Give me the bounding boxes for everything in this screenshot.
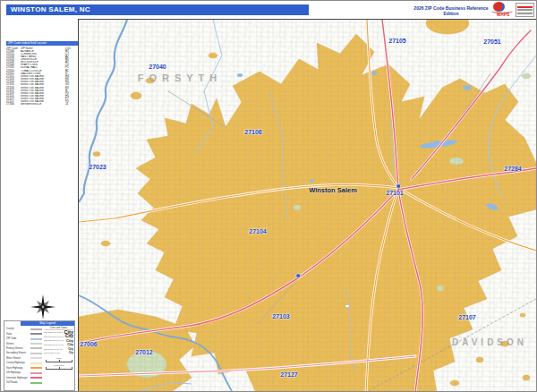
zip-index-table: ZIP Code Index/Grid Locator ZIP Code ZIP…	[6, 41, 78, 107]
row-loc: J4	[65, 103, 73, 106]
legend-line-sample	[30, 333, 42, 335]
logo-brand-text: MAPS	[497, 12, 509, 17]
legend-item-label: State Highways	[6, 367, 23, 370]
legend-item-label: Toll Roads	[6, 381, 18, 384]
city-class-row: Cities Under 5,000 City	[44, 351, 73, 355]
legend-line-sample	[30, 353, 42, 354]
legend-line-sample	[30, 362, 42, 364]
legend-item: Toll Roads	[4, 380, 44, 385]
legend-line-sample	[30, 372, 42, 374]
legend-line-sample	[30, 328, 42, 330]
scale-bar-kilometers: Kilometers	[44, 364, 73, 370]
row-name: KERNERSVILLE	[21, 103, 65, 106]
logo-edition-badge	[516, 3, 534, 17]
legend-item-label: Secondary Streets	[6, 352, 26, 354]
map-page: WINSTON SALEM, NC 2026 ZIP Code Business…	[0, 0, 537, 392]
legend-item-label: Streets	[6, 343, 14, 345]
legend-item-label: Minor Streets	[6, 357, 21, 360]
city-class-label: Cities Under 5,000	[44, 352, 60, 354]
logo-globe-icon: MAPS	[491, 2, 515, 19]
zip-index-rows: 27006 ADVANCE B7 27012 CLEMMONS C7 27018…	[6, 50, 78, 107]
map-artwork	[79, 20, 536, 392]
page-title: WINSTON SALEM, NC	[6, 4, 309, 15]
legend-line-items: County State ZIP Code Streets Primary St…	[4, 326, 44, 385]
city-class-label: Cities 250,000 & Over	[44, 331, 63, 333]
map-canvas	[78, 19, 537, 392]
legend-item-label: State	[6, 333, 12, 336]
legend-item-label: Primary Streets	[6, 347, 23, 350]
legend-item-label: Interstate Highways	[6, 377, 28, 379]
city-class-label: Cities 25,000 to 49,999	[44, 344, 64, 345]
legend-line-sample	[30, 347, 42, 349]
legend-cities-column: Cities and Towns Cities 250,000 & Over C…	[44, 326, 74, 385]
city-sample: City	[69, 352, 73, 354]
publisher-logo: MAPS	[491, 2, 535, 19]
row-zip: 27284	[6, 103, 21, 106]
legend-item-label: County Highways	[6, 362, 25, 364]
legend-line-sample	[30, 382, 42, 384]
street-grid-texture-2	[79, 20, 536, 392]
city-class-label: Cities 50,000 to 99,999	[44, 339, 64, 341]
city-class-label: Cities 100,000 to 249,999	[44, 336, 65, 337]
legend-item-label: ZIP Code	[6, 337, 16, 340]
city-sample: City	[67, 343, 73, 346]
legend-item-label: County	[6, 328, 14, 330]
map-legend: Map Legend County State ZIP Code Streets	[4, 320, 75, 391]
legend-item-label: US Highways	[6, 371, 21, 374]
edition-caption: 2026 ZIP Code Business Reference Edition	[408, 5, 494, 16]
legend-line-sample	[30, 367, 42, 369]
legend-line-sample	[30, 357, 42, 359]
legend-line-sample	[30, 338, 42, 340]
compass-rose-icon	[30, 294, 55, 320]
scale-bar-miles: Miles	[44, 357, 73, 362]
city-class-label: Cities 5,000 to 24,999	[44, 348, 63, 350]
table-row: 27284 KERNERSVILLE J4	[6, 103, 78, 106]
legend-line-sample	[30, 343, 42, 345]
legend-line-sample	[30, 377, 42, 379]
city-sample: City	[68, 347, 73, 351]
zip-index-title: ZIP Code Index/Grid Locator	[6, 41, 78, 46]
